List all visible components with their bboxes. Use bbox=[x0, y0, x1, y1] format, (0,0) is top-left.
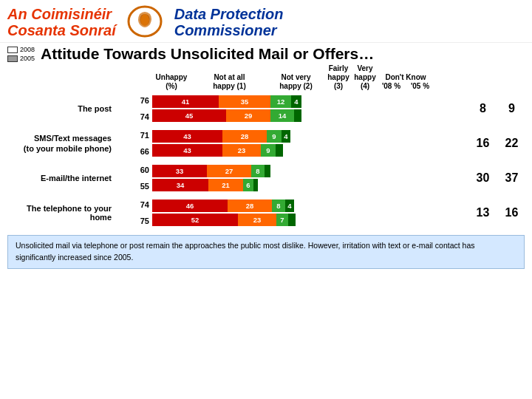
dk-08-email: 30 bbox=[477, 171, 490, 185]
the-post-dk: 8 9 bbox=[468, 102, 526, 115]
dk-08-post: 8 bbox=[480, 102, 486, 115]
telephone-label: The telephone to your home bbox=[6, 204, 115, 222]
seg-tel-v-05 bbox=[288, 214, 296, 226]
seg-tel-na-05: 52 bbox=[152, 214, 238, 226]
seg-em-na-05: 34 bbox=[152, 179, 208, 191]
sms-bars: 43 28 9 4 43 23 9 bbox=[152, 130, 468, 157]
email-bar-2008: 33 27 8 bbox=[152, 165, 468, 177]
seg-sms-na-05: 43 bbox=[152, 144, 222, 157]
col-unhappy: Unhappy (%) bbox=[152, 73, 191, 91]
email-numbers: 60 55 bbox=[115, 162, 152, 194]
logo-right-line1: Data Protection bbox=[174, 6, 284, 22]
seg-not-very-05: 29 bbox=[226, 109, 270, 122]
row-the-post: The post 76 74 41 35 12 4 45 29 14 bbox=[6, 92, 526, 125]
the-post-label: The post bbox=[6, 104, 115, 113]
seg-sms-nv-05: 23 bbox=[222, 144, 261, 157]
email-bar-2005: 34 21 6 bbox=[152, 179, 468, 191]
sms-numbers: 71 66 bbox=[115, 127, 152, 160]
sms-bar-2008: 43 28 9 4 bbox=[152, 130, 468, 143]
col-dk: Don't Know '08 % '05 % bbox=[377, 73, 434, 91]
page-wrapper: An Coimisinéir Cosanta Sonraí Data Prote… bbox=[0, 0, 532, 399]
col-fairly: Fairly happy (3) bbox=[324, 64, 353, 91]
seg-not-very-08: 35 bbox=[219, 95, 270, 108]
seg-tel-f-08: 8 bbox=[272, 200, 285, 212]
row-sms: SMS/Text messages(to your mobile phone) … bbox=[6, 127, 526, 160]
seg-em-v-05 bbox=[253, 179, 258, 191]
dk-05-post: 9 bbox=[508, 102, 515, 115]
logo-left-line2: Cosanta Sonraí bbox=[7, 22, 116, 38]
dk-05-tel: 16 bbox=[505, 206, 519, 219]
seg-tel-v-08: 4 bbox=[285, 200, 294, 212]
the-post-bar-2005: 45 29 14 bbox=[152, 109, 468, 122]
telephone-bar-2008: 46 28 8 4 bbox=[152, 200, 468, 212]
row-email: E-mail/the internet 60 55 33 27 8 34 21 … bbox=[6, 162, 526, 194]
year-2005-swatch bbox=[7, 55, 18, 62]
title-row: 2008 2005 Attitude Towards Unsolicited M… bbox=[0, 43, 532, 64]
seg-em-nv-05: 21 bbox=[208, 179, 243, 191]
seg-fairly-05: 14 bbox=[270, 109, 294, 122]
email-label: E-mail/the internet bbox=[6, 174, 115, 183]
seg-sms-f-08: 9 bbox=[267, 130, 282, 143]
year-legend: 2008 2005 bbox=[7, 46, 35, 62]
seg-em-na-08: 33 bbox=[152, 165, 207, 177]
telephone-bars: 46 28 8 4 52 23 7 bbox=[152, 200, 468, 226]
row-telephone: The telephone to your home 74 75 46 28 8… bbox=[6, 197, 526, 229]
seg-not-at-all-08: 41 bbox=[152, 95, 219, 108]
seg-tel-na-08: 46 bbox=[152, 200, 228, 212]
seg-very-05 bbox=[294, 109, 301, 122]
seg-em-f-05: 6 bbox=[243, 179, 253, 191]
logo-emblem bbox=[125, 4, 166, 41]
chart-container: Unhappy (%) Not at all happy (1) Not ver… bbox=[0, 64, 532, 229]
seg-sms-na-08: 43 bbox=[152, 130, 222, 143]
seg-fairly-08: 12 bbox=[270, 95, 291, 108]
seg-tel-nv-05: 23 bbox=[238, 214, 276, 226]
logo-right: Data Protection Commissioner bbox=[174, 6, 284, 38]
header: An Coimisinéir Cosanta Sonraí Data Prote… bbox=[0, 0, 532, 43]
seg-sms-v-05 bbox=[276, 144, 283, 157]
sms-dk: 16 22 bbox=[468, 137, 526, 150]
footnote-text: Unsolicited mail via telephone or post r… bbox=[16, 241, 475, 262]
email-bars: 33 27 8 34 21 6 bbox=[152, 165, 468, 191]
seg-tel-nv-08: 28 bbox=[228, 200, 272, 212]
seg-very-08: 4 bbox=[291, 95, 301, 108]
dk-08-tel: 13 bbox=[477, 206, 490, 219]
year-2005-label: 2005 bbox=[20, 55, 35, 62]
email-dk: 30 37 bbox=[468, 171, 526, 185]
seg-em-v-08 bbox=[265, 165, 270, 177]
col-not-very: Not very happy (2) bbox=[268, 73, 324, 91]
col-very: Very happy (4) bbox=[353, 64, 377, 91]
logo-right-line2: Commissioner bbox=[174, 22, 284, 38]
sms-label: SMS/Text messages(to your mobile phone) bbox=[6, 133, 115, 154]
seg-tel-f-05: 7 bbox=[276, 214, 288, 226]
seg-sms-f-05: 9 bbox=[261, 144, 276, 157]
telephone-bar-2005: 52 23 7 bbox=[152, 214, 468, 226]
the-post-numbers: 76 74 bbox=[115, 92, 152, 125]
sms-bar-2005: 43 23 9 bbox=[152, 144, 468, 157]
page-title: Attitude Towards Unsolicited Mail or Off… bbox=[41, 45, 374, 63]
svg-point-1 bbox=[140, 14, 149, 26]
footnote: Unsolicited mail via telephone or post r… bbox=[7, 235, 525, 269]
dk-05-email: 37 bbox=[505, 171, 519, 185]
telephone-numbers: 74 75 bbox=[115, 197, 152, 229]
col-not-at-all: Not at all happy (1) bbox=[191, 73, 268, 91]
logo-left-line1: An Coimisinéir bbox=[7, 6, 116, 22]
seg-em-f-08: 8 bbox=[251, 165, 265, 177]
seg-sms-nv-08: 28 bbox=[222, 130, 267, 143]
the-post-bars: 41 35 12 4 45 29 14 bbox=[152, 95, 468, 122]
seg-not-at-all-05: 45 bbox=[152, 109, 226, 122]
dk-08-sms: 16 bbox=[477, 137, 490, 150]
year-2008-swatch bbox=[7, 47, 18, 53]
seg-sms-v-08: 4 bbox=[282, 130, 290, 143]
year-2008-label: 2008 bbox=[20, 46, 35, 53]
telephone-dk: 13 16 bbox=[468, 206, 526, 219]
the-post-bar-2008: 41 35 12 4 bbox=[152, 95, 468, 108]
column-headers: Unhappy (%) Not at all happy (1) Not ver… bbox=[152, 64, 526, 91]
seg-em-nv-08: 27 bbox=[207, 165, 251, 177]
logo-left: An Coimisinéir Cosanta Sonraí bbox=[7, 6, 116, 38]
dk-05-sms: 22 bbox=[505, 137, 519, 150]
